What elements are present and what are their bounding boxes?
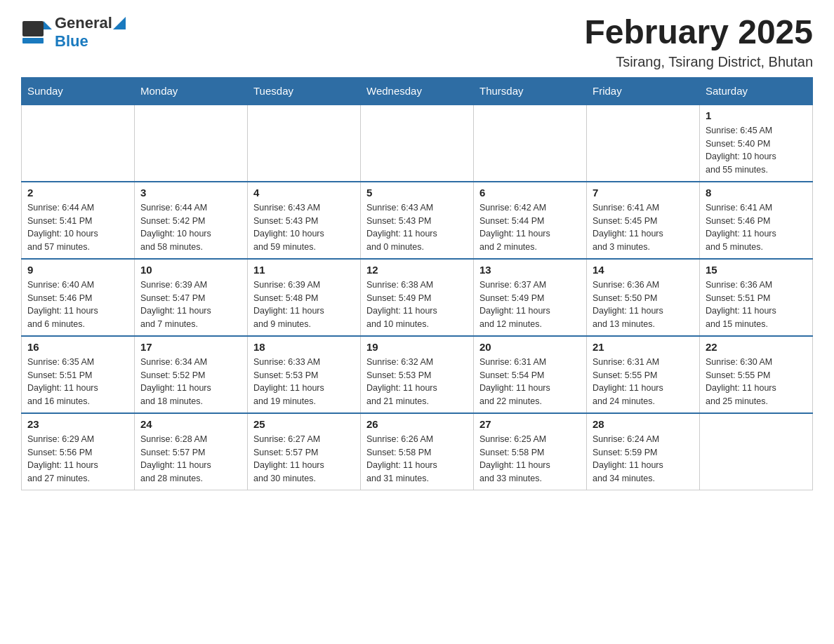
day-number: 26	[366, 418, 468, 430]
calendar-week-row: 9Sunrise: 6:40 AM Sunset: 5:46 PM Daylig…	[22, 259, 813, 336]
day-number: 28	[593, 418, 694, 430]
subtitle: Tsirang, Tsirang District, Bhutan	[584, 54, 813, 70]
calendar-day-cell: 19Sunrise: 6:32 AM Sunset: 5:53 PM Dayli…	[361, 336, 474, 413]
day-number: 24	[140, 418, 241, 430]
day-number: 12	[366, 264, 468, 276]
day-number: 9	[27, 264, 128, 276]
calendar-day-cell: 28Sunrise: 6:24 AM Sunset: 5:59 PM Dayli…	[587, 413, 700, 490]
calendar-day-cell: 7Sunrise: 6:41 AM Sunset: 5:45 PM Daylig…	[587, 182, 700, 259]
day-info: Sunrise: 6:40 AM Sunset: 5:46 PM Dayligh…	[27, 279, 128, 331]
day-info: Sunrise: 6:33 AM Sunset: 5:53 PM Dayligh…	[253, 356, 355, 408]
calendar-week-row: 16Sunrise: 6:35 AM Sunset: 5:51 PM Dayli…	[22, 336, 813, 413]
calendar-day-cell: 11Sunrise: 6:39 AM Sunset: 5:48 PM Dayli…	[248, 259, 361, 336]
page-header: General Blue February 2025 Tsirang, Tsir…	[21, 14, 813, 70]
svg-rect-0	[22, 21, 44, 36]
svg-marker-3	[113, 17, 126, 29]
logo-blue-text: Blue	[55, 32, 126, 51]
calendar-day-cell	[361, 105, 474, 182]
calendar-day-cell: 2Sunrise: 6:44 AM Sunset: 5:41 PM Daylig…	[22, 182, 135, 259]
day-info: Sunrise: 6:36 AM Sunset: 5:50 PM Dayligh…	[593, 279, 694, 331]
day-number: 21	[593, 341, 694, 353]
day-number: 11	[253, 264, 355, 276]
day-number: 3	[140, 187, 241, 199]
calendar-day-cell	[587, 105, 700, 182]
calendar-day-cell	[135, 105, 248, 182]
day-number: 8	[706, 187, 807, 199]
day-number: 16	[27, 341, 128, 353]
day-info: Sunrise: 6:25 AM Sunset: 5:58 PM Dayligh…	[479, 433, 581, 485]
day-info: Sunrise: 6:31 AM Sunset: 5:55 PM Dayligh…	[593, 356, 694, 408]
calendar-day-header: Friday	[587, 77, 700, 105]
svg-marker-1	[44, 21, 52, 29]
calendar-day-cell: 25Sunrise: 6:27 AM Sunset: 5:57 PM Dayli…	[248, 413, 361, 490]
day-info: Sunrise: 6:45 AM Sunset: 5:40 PM Dayligh…	[706, 124, 807, 177]
day-info: Sunrise: 6:28 AM Sunset: 5:57 PM Dayligh…	[140, 433, 241, 485]
calendar-day-cell: 5Sunrise: 6:43 AM Sunset: 5:43 PM Daylig…	[361, 182, 474, 259]
calendar-day-cell: 10Sunrise: 6:39 AM Sunset: 5:47 PM Dayli…	[135, 259, 248, 336]
calendar-day-header: Monday	[135, 77, 248, 105]
day-number: 17	[140, 341, 241, 353]
day-info: Sunrise: 6:34 AM Sunset: 5:52 PM Dayligh…	[140, 356, 241, 408]
day-info: Sunrise: 6:42 AM Sunset: 5:44 PM Dayligh…	[479, 201, 581, 254]
day-info: Sunrise: 6:30 AM Sunset: 5:55 PM Dayligh…	[706, 356, 807, 408]
day-info: Sunrise: 6:44 AM Sunset: 5:42 PM Dayligh…	[140, 201, 241, 254]
calendar-day-header: Wednesday	[361, 77, 474, 105]
calendar-day-cell: 27Sunrise: 6:25 AM Sunset: 5:58 PM Dayli…	[474, 413, 587, 490]
calendar-day-cell: 24Sunrise: 6:28 AM Sunset: 5:57 PM Dayli…	[135, 413, 248, 490]
calendar-day-cell: 26Sunrise: 6:26 AM Sunset: 5:58 PM Dayli…	[361, 413, 474, 490]
day-info: Sunrise: 6:29 AM Sunset: 5:56 PM Dayligh…	[27, 433, 128, 485]
svg-rect-2	[22, 38, 44, 43]
day-number: 27	[479, 418, 581, 430]
day-number: 1	[706, 109, 807, 121]
calendar-header-row: SundayMondayTuesdayWednesdayThursdayFrid…	[22, 77, 813, 105]
calendar-day-cell	[248, 105, 361, 182]
day-info: Sunrise: 6:43 AM Sunset: 5:43 PM Dayligh…	[366, 201, 468, 254]
day-info: Sunrise: 6:35 AM Sunset: 5:51 PM Dayligh…	[27, 356, 128, 408]
day-number: 4	[253, 187, 355, 199]
day-info: Sunrise: 6:44 AM Sunset: 5:41 PM Dayligh…	[27, 201, 128, 254]
day-info: Sunrise: 6:43 AM Sunset: 5:43 PM Dayligh…	[253, 201, 355, 254]
logo-general-text: General	[55, 14, 112, 32]
calendar-day-cell	[700, 413, 813, 490]
calendar-day-cell: 8Sunrise: 6:41 AM Sunset: 5:46 PM Daylig…	[700, 182, 813, 259]
day-info: Sunrise: 6:39 AM Sunset: 5:47 PM Dayligh…	[140, 279, 241, 331]
day-number: 2	[27, 187, 128, 199]
calendar-day-cell: 13Sunrise: 6:37 AM Sunset: 5:49 PM Dayli…	[474, 259, 587, 336]
day-info: Sunrise: 6:27 AM Sunset: 5:57 PM Dayligh…	[253, 433, 355, 485]
day-number: 10	[140, 264, 241, 276]
logo-arrow-icon	[113, 17, 126, 29]
day-number: 5	[366, 187, 468, 199]
day-info: Sunrise: 6:36 AM Sunset: 5:51 PM Dayligh…	[706, 279, 807, 331]
day-number: 22	[706, 341, 807, 353]
calendar-day-cell: 23Sunrise: 6:29 AM Sunset: 5:56 PM Dayli…	[22, 413, 135, 490]
calendar-day-cell: 6Sunrise: 6:42 AM Sunset: 5:44 PM Daylig…	[474, 182, 587, 259]
day-number: 15	[706, 264, 807, 276]
calendar-day-cell: 18Sunrise: 6:33 AM Sunset: 5:53 PM Dayli…	[248, 336, 361, 413]
day-number: 14	[593, 264, 694, 276]
day-info: Sunrise: 6:38 AM Sunset: 5:49 PM Dayligh…	[366, 279, 468, 331]
calendar-week-row: 2Sunrise: 6:44 AM Sunset: 5:41 PM Daylig…	[22, 182, 813, 259]
day-number: 23	[27, 418, 128, 430]
calendar-day-cell	[474, 105, 587, 182]
calendar-table: SundayMondayTuesdayWednesdayThursdayFrid…	[21, 77, 813, 490]
calendar-day-cell: 3Sunrise: 6:44 AM Sunset: 5:42 PM Daylig…	[135, 182, 248, 259]
day-number: 25	[253, 418, 355, 430]
day-info: Sunrise: 6:37 AM Sunset: 5:49 PM Dayligh…	[479, 279, 581, 331]
calendar-day-cell: 22Sunrise: 6:30 AM Sunset: 5:55 PM Dayli…	[700, 336, 813, 413]
calendar-day-cell: 9Sunrise: 6:40 AM Sunset: 5:46 PM Daylig…	[22, 259, 135, 336]
day-info: Sunrise: 6:32 AM Sunset: 5:53 PM Dayligh…	[366, 356, 468, 408]
day-number: 13	[479, 264, 581, 276]
day-info: Sunrise: 6:31 AM Sunset: 5:54 PM Dayligh…	[479, 356, 581, 408]
calendar-day-cell: 14Sunrise: 6:36 AM Sunset: 5:50 PM Dayli…	[587, 259, 700, 336]
calendar-day-cell: 1Sunrise: 6:45 AM Sunset: 5:40 PM Daylig…	[700, 105, 813, 182]
calendar-day-header: Saturday	[700, 77, 813, 105]
calendar-day-header: Sunday	[22, 77, 135, 105]
main-title: February 2025	[584, 14, 813, 51]
calendar-day-cell: 20Sunrise: 6:31 AM Sunset: 5:54 PM Dayli…	[474, 336, 587, 413]
calendar-week-row: 23Sunrise: 6:29 AM Sunset: 5:56 PM Dayli…	[22, 413, 813, 490]
calendar-day-cell: 16Sunrise: 6:35 AM Sunset: 5:51 PM Dayli…	[22, 336, 135, 413]
calendar-day-cell: 4Sunrise: 6:43 AM Sunset: 5:43 PM Daylig…	[248, 182, 361, 259]
calendar-day-cell: 15Sunrise: 6:36 AM Sunset: 5:51 PM Dayli…	[700, 259, 813, 336]
calendar-day-header: Tuesday	[248, 77, 361, 105]
calendar-day-cell: 21Sunrise: 6:31 AM Sunset: 5:55 PM Dayli…	[587, 336, 700, 413]
